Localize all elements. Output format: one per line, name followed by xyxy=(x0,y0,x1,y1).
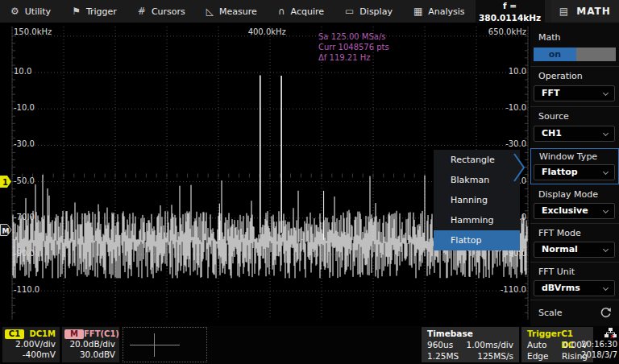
menu-analysis[interactable]: ▦ Analysis xyxy=(403,0,476,23)
toggle-on-segment[interactable]: on xyxy=(534,48,576,61)
window-type-menu: Rectangle Blakman Hanning Hamming Flatto… xyxy=(434,150,520,250)
fft-unit-label: FFT Unit xyxy=(538,267,575,277)
menu-option-rectangle[interactable]: Rectangle xyxy=(434,150,520,170)
fft-unit-dropdown[interactable]: dBVrms xyxy=(534,280,615,296)
timebase-delay: 960us xyxy=(427,339,453,350)
menu-measure-label: Measure xyxy=(219,6,257,17)
timebase-title: Timebase xyxy=(427,328,473,339)
menu-trigger-label: Trigger xyxy=(86,6,117,17)
window-type-dropdown[interactable]: Flattop xyxy=(534,164,615,180)
chevron-down-icon xyxy=(603,169,609,175)
menu-cursors-label: Cursors xyxy=(152,6,185,17)
operation-dropdown[interactable]: FFT xyxy=(534,85,615,101)
menu-option-flattop[interactable]: Flattop xyxy=(434,230,520,250)
menu-cursors[interactable]: # Cursors xyxy=(127,0,196,23)
frequency-readout: f = 380.0114kHz Trig'd xyxy=(476,0,545,23)
source-value: CH1 xyxy=(542,128,562,139)
chevron-down-icon xyxy=(603,208,609,213)
bottom-status-bar: C1 DC1M 2.00V/div -400mV M FFT(C1) 20.0d… xyxy=(0,326,619,364)
db-label-left: 10.0 xyxy=(14,67,31,76)
scale-label: Scale xyxy=(538,308,563,318)
fft-mode-dropdown[interactable]: Normal xyxy=(534,242,615,258)
ch1-scale: 2.00V/div xyxy=(5,339,56,350)
display-mode-dropdown[interactable]: Exclusive xyxy=(534,203,615,219)
timebase-descriptor[interactable]: Timebase 960us 1.00ms/div 1.25MS 125MS/s xyxy=(422,327,519,362)
toggle-off-segment[interactable] xyxy=(576,48,616,61)
ch1-badge: C1 xyxy=(5,329,24,339)
measure-icon: ◺ xyxy=(206,6,214,16)
timebase-scale: 1.00ms/div xyxy=(467,339,513,350)
math-function: FFT(C1) xyxy=(84,329,119,339)
db-label-left: -50.0 xyxy=(14,176,35,185)
math-panel-header: ▤ MATH xyxy=(551,0,619,23)
fft-mode-label: FFT Mode xyxy=(538,228,581,238)
db-label-right: -30.0 xyxy=(505,139,526,148)
db-label-right: 10.0 xyxy=(509,67,526,76)
clock-time: 20:16:30 xyxy=(577,339,617,350)
menu-option-hamming[interactable]: Hamming xyxy=(434,210,520,230)
menu-utility-label: Utility xyxy=(25,6,51,17)
gear-icon: ⚙ xyxy=(10,6,19,16)
chevron-down-icon xyxy=(603,246,609,252)
math-level-marker[interactable]: M xyxy=(0,224,12,237)
empty-channel-slot[interactable] xyxy=(123,327,207,362)
ch1-level-marker[interactable]: 1 xyxy=(0,176,12,188)
freq-label-end: 650.0kHz xyxy=(488,27,526,36)
db-label-left: -90.0 xyxy=(14,249,35,258)
menu-measure[interactable]: ◺ Measure xyxy=(196,0,268,23)
datetime-readout: ✕ 20:16:30 2018/3/7 xyxy=(577,327,617,362)
db-label-right: -10.0 xyxy=(505,103,526,112)
fft-unit-value: dBVrms xyxy=(542,283,580,293)
menu-acquire[interactable]: ∩ Acquire xyxy=(268,0,334,23)
timebase-points: 1.25MS xyxy=(427,350,459,362)
trigger-mode: Auto xyxy=(527,339,546,350)
sample-rate: Sa 125.00 MSa/s xyxy=(318,31,389,42)
sample-points: Curr 1048576 pts xyxy=(318,42,389,52)
menu-analysis-label: Analysis xyxy=(428,6,464,17)
operation-value: FFT xyxy=(542,88,560,98)
math-offset: 30.0dBV xyxy=(64,350,115,360)
panel-title: MATH xyxy=(576,6,611,17)
trigger-title: Trigger xyxy=(527,328,561,339)
clock-date: 2018/3/7 xyxy=(577,350,617,360)
lan-status-icon: ✕ xyxy=(604,328,617,339)
display-icon: ▭ xyxy=(345,6,354,16)
menu-display[interactable]: ▭ Display xyxy=(334,0,403,23)
timebase-rate: 125MS/s xyxy=(477,350,513,362)
acquire-icon: ∩ xyxy=(278,6,285,16)
menu-option-blakman[interactable]: Blakman xyxy=(434,170,520,190)
svg-text:1: 1 xyxy=(2,178,8,187)
menu-option-hanning[interactable]: Hanning xyxy=(434,190,520,210)
freq-label-center: 400.0kHz xyxy=(248,27,286,36)
display-mode-value: Exclusive xyxy=(542,205,588,216)
chevron-down-icon xyxy=(603,285,609,291)
math-label: Math xyxy=(538,32,561,43)
frequency-value: f = 380.0114kHz xyxy=(476,0,545,24)
window-type-section: Window Type Flattop xyxy=(530,148,619,184)
freq-label-start: 150.0kHz xyxy=(14,27,52,36)
menu-callout-arrow xyxy=(513,153,527,184)
db-label-left: -10.0 xyxy=(14,103,35,112)
math-descriptor[interactable]: M FFT(C1) 20.0dB/div 30.0dBV xyxy=(62,327,119,362)
math-panel: Math on Operation FFT Source CH1 Window … xyxy=(530,23,619,326)
menu-display-label: Display xyxy=(359,6,393,17)
delta-f: Δf 119.21 Hz xyxy=(318,52,389,63)
sample-info: Sa 125.00 MSa/s Curr 1048576 pts Δf 119.… xyxy=(318,31,389,63)
math-on-off-toggle[interactable]: on xyxy=(534,48,616,61)
operation-label: Operation xyxy=(538,71,583,81)
document-icon: ▤ xyxy=(559,6,568,17)
menu-trigger[interactable]: ⚑ Trigger xyxy=(61,0,127,23)
source-dropdown[interactable]: CH1 xyxy=(534,126,615,142)
menu-utility[interactable]: ⚙ Utility xyxy=(0,0,61,23)
scale-reset-icon[interactable] xyxy=(600,306,612,318)
crosshair-icon xyxy=(130,345,180,345)
chevron-down-icon xyxy=(603,90,609,96)
crosshair-icon xyxy=(154,333,155,357)
menu-acquire-label: Acquire xyxy=(291,6,324,17)
ch1-coupling: DC1M xyxy=(29,329,56,339)
ch1-descriptor[interactable]: C1 DC1M 2.00V/div -400mV xyxy=(2,327,60,362)
menu-bar: ⚙ Utility ⚑ Trigger # Cursors ◺ Measure … xyxy=(0,0,619,23)
db-label-left: -110.0 xyxy=(14,285,39,294)
analysis-icon: ▦ xyxy=(413,6,422,16)
flag-icon: ⚑ xyxy=(72,6,81,16)
